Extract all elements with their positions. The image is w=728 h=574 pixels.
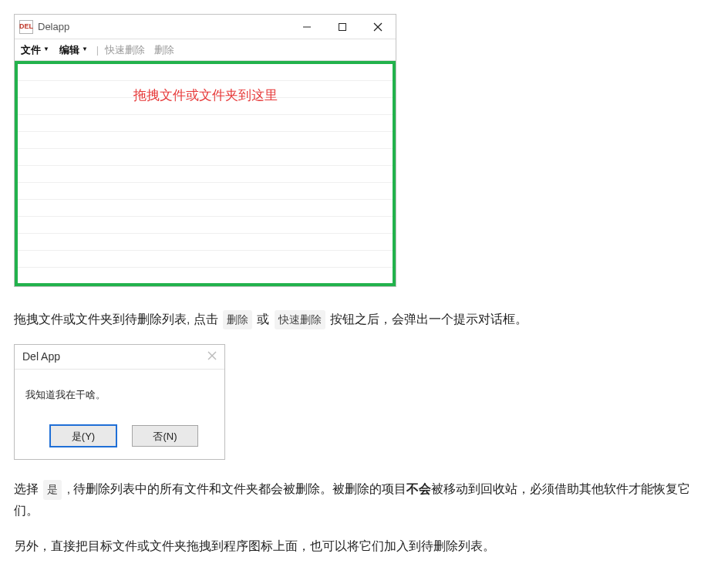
caret-down-icon: ▼ bbox=[82, 44, 88, 55]
doc-paragraph-2: 选择 是 , 待删除列表中的所有文件和文件夹都会被删除。被删除的项目不会被移动到… bbox=[14, 478, 714, 522]
bold-text: 不会 bbox=[406, 482, 431, 495]
text: 按钮之后，会弹出一个提示对话框。 bbox=[330, 312, 527, 326]
text: 拖拽文件或文件夹到待删除列表, 点击 bbox=[14, 312, 221, 326]
confirm-dialog: Del App 我知道我在干啥。 是(Y) 否(N) bbox=[14, 344, 225, 461]
menu-file-label: 文件 bbox=[21, 41, 41, 59]
dialog-title: Del App bbox=[22, 347, 207, 366]
chip-quick-delete: 快速删除 bbox=[275, 310, 325, 329]
menubar: 文件 ▼ 编辑 ▼ | 快速删除 删除 bbox=[15, 39, 396, 61]
drop-zone[interactable]: 拖拽文件或文件夹到这里 bbox=[18, 64, 393, 283]
no-button[interactable]: 否(N) bbox=[132, 425, 198, 447]
titlebar: DEL Delapp bbox=[15, 15, 396, 39]
close-icon[interactable] bbox=[207, 345, 217, 369]
maximize-button[interactable] bbox=[325, 15, 360, 39]
text: , 待删除列表中的所有文件和文件夹都会被删除。被删除的项目 bbox=[67, 482, 407, 495]
drop-frame: 拖拽文件或文件夹到这里 bbox=[15, 61, 396, 286]
text: 或 bbox=[257, 312, 272, 326]
chip-yes: 是 bbox=[43, 480, 62, 499]
menu-edit[interactable]: 编辑 ▼ bbox=[56, 41, 95, 59]
menu-file[interactable]: 文件 ▼ bbox=[18, 41, 56, 59]
menu-separator: | bbox=[95, 41, 100, 59]
dialog-message: 我知道我在干啥。 bbox=[15, 370, 224, 418]
drop-hint-text: 拖拽文件或文件夹到这里 bbox=[18, 84, 393, 108]
caret-down-icon: ▼ bbox=[43, 44, 49, 55]
delapp-window: DEL Delapp 文件 ▼ 编辑 ▼ | 快速删除 删除 bbox=[14, 14, 396, 287]
menu-delete[interactable]: 删除 bbox=[150, 41, 179, 59]
text: 选择 bbox=[14, 482, 42, 495]
svg-rect-1 bbox=[339, 23, 346, 30]
menu-quick-delete[interactable]: 快速删除 bbox=[100, 41, 150, 59]
chip-delete: 删除 bbox=[223, 310, 252, 329]
window-controls bbox=[289, 15, 396, 39]
close-button[interactable] bbox=[360, 15, 396, 39]
dialog-titlebar: Del App bbox=[15, 345, 224, 370]
minimize-button[interactable] bbox=[289, 15, 325, 39]
menu-edit-label: 编辑 bbox=[59, 41, 79, 59]
doc-paragraph-3: 另外，直接把目标文件或文件夹拖拽到程序图标上面，也可以将它们加入到待删除列表。 bbox=[14, 535, 714, 557]
yes-button[interactable]: 是(Y) bbox=[50, 425, 116, 447]
app-icon: DEL bbox=[19, 20, 33, 34]
dialog-buttons: 是(Y) 否(N) bbox=[15, 417, 224, 459]
app-title: Delapp bbox=[38, 18, 289, 35]
doc-paragraph-1: 拖拽文件或文件夹到待删除列表, 点击 删除 或 快速删除 按钮之后，会弹出一个提… bbox=[14, 309, 714, 330]
